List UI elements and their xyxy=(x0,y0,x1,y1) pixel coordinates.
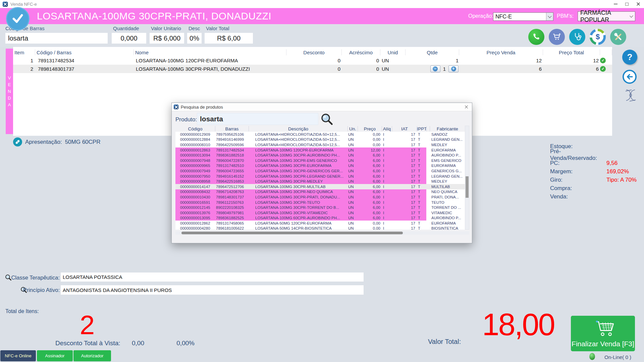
product-row[interactable]: 000000000084327896714208763LOSARTANA-100… xyxy=(175,189,465,195)
horizontal-scrollbar[interactable] xyxy=(175,231,469,235)
product-row[interactable]: 000000000089587896422516853LOSARTANA-100… xyxy=(175,179,465,184)
info-row: Compra: xyxy=(550,184,641,192)
scrollbar-thumb[interactable] xyxy=(466,176,469,198)
product-row[interactable]: 000000000130947898361882518LOSARTANA-100… xyxy=(175,153,465,158)
produto-search-input[interactable]: losarta xyxy=(197,113,318,125)
tools-button[interactable] xyxy=(610,29,626,45)
results-column-header: Alíq xyxy=(382,126,392,131)
toolbar: $ xyxy=(528,29,626,45)
product-row[interactable]: 000000000139767898049797981LOSARTANA-100… xyxy=(175,210,465,216)
result-codigo: 00000000012145 xyxy=(175,205,215,210)
scrollbar-thumb[interactable] xyxy=(181,232,403,234)
item-desconto: 0 xyxy=(286,58,342,63)
operacao-select[interactable]: NFC-E xyxy=(493,12,553,21)
desconto-input[interactable]: 0% xyxy=(187,33,202,44)
vertical-scrollbar[interactable] xyxy=(465,126,469,230)
product-row[interactable]: 000000000128637891317482534LOSARTANA-100… xyxy=(175,147,465,153)
window-title: Venda NFC-e xyxy=(10,2,37,7)
dialog-close-icon[interactable] xyxy=(465,105,469,109)
autorizador-button[interactable]: Autorizador xyxy=(73,350,111,361)
maximize-button[interactable] xyxy=(621,0,633,8)
result-tick xyxy=(426,194,430,200)
result-preco: 6,00 xyxy=(358,163,382,169)
item-row[interactable]: 27898148301737LOSARTANA-100MG 30CPR-PRAT… xyxy=(13,65,612,73)
result-iat: 17 xyxy=(392,168,417,174)
product-row[interactable]: 000000000128847894916146999LOSARTANA+HID… xyxy=(175,137,465,142)
result-preco: 0,00 xyxy=(358,132,382,137)
item-number: 1 xyxy=(13,58,35,63)
result-barras: 7896181005622 xyxy=(215,226,249,230)
classe-terapeutica-field[interactable]: LOSARTANA POTASSICA xyxy=(61,273,364,282)
assinador-button[interactable]: Assinador xyxy=(37,350,73,361)
product-row[interactable]: 000000000165917896112150763LOSARTANA-100… xyxy=(175,200,465,205)
close-button[interactable] xyxy=(633,0,644,8)
product-row[interactable]: 000000000083107896422509596LOSARTANA+HID… xyxy=(175,142,465,147)
principio-ativo-field[interactable]: ANTAGONISTAS DA ANGIOTENSINA II PUROS xyxy=(61,285,364,295)
health-button[interactable] xyxy=(569,29,585,45)
result-iat: 17 xyxy=(392,137,417,142)
result-iat: 17 xyxy=(392,174,417,179)
result-codigo: 00000000012884 xyxy=(175,137,215,142)
product-row[interactable]: 000000000104307898148301737LOSARTANA-100… xyxy=(175,194,465,200)
window-titlebar: Venda NFC-e xyxy=(0,0,644,8)
minimize-icon xyxy=(614,4,618,4)
product-row[interactable]: 000000000079487896004722870LOSARTANA-100… xyxy=(175,158,465,163)
item-status: ✓ xyxy=(600,66,612,72)
item-barcode: 7898148301737 xyxy=(35,66,134,72)
items-column-header: Preço Total xyxy=(543,49,600,55)
result-fabricante: TEUTO xyxy=(430,200,465,205)
result-fabricante: MULTILAB xyxy=(430,184,465,189)
back-button[interactable] xyxy=(623,70,637,84)
info-row: Giro:Tipo: A 70% xyxy=(550,176,641,184)
maximize-icon xyxy=(625,3,629,6)
minimize-button[interactable] xyxy=(610,0,621,8)
help-button[interactable]: ? xyxy=(622,50,637,65)
pbm-select[interactable]: FARMÁCIA POPULAR xyxy=(578,11,635,21)
product-row[interactable]: 000000000079497896004723655LOSARTANA-100… xyxy=(175,168,465,174)
quantidade-label: Quantidade xyxy=(113,25,139,31)
result-preco: 6,00 xyxy=(358,210,382,216)
valor-unitario-input[interactable]: R$ 6,000 xyxy=(150,33,184,44)
product-row[interactable]: 000000000129097897595625106LOSARTANA+HID… xyxy=(175,132,465,137)
dialog-title: Pesquisa de produtos xyxy=(181,105,223,110)
product-row[interactable]: 000000000042807896181005622LOSARTANA-50M… xyxy=(175,226,465,230)
qty-increase-button[interactable]: + xyxy=(448,65,459,72)
result-un: UN xyxy=(347,132,358,137)
result-un: UN xyxy=(347,137,358,142)
result-fabricante: LEGRAND GEN... xyxy=(430,137,465,142)
result-aliq: I xyxy=(382,132,392,137)
valor-total-input[interactable]: R$ 6,00 xyxy=(205,33,253,44)
whatsapp-button[interactable] xyxy=(528,29,544,45)
result-barras: 7896714208763 xyxy=(215,189,249,195)
product-row[interactable]: 000000000079507894916145152LOSARTANA-100… xyxy=(175,174,465,179)
codigo-barras-input[interactable]: losarta xyxy=(5,33,108,44)
results-column-header: IPPT xyxy=(417,126,426,131)
product-row[interactable]: 000000000121458902220108325LOSARTANA-100… xyxy=(175,205,465,210)
product-row[interactable]: 000000000130957898361882525LOSARTANA-100… xyxy=(175,216,465,221)
result-aliq: I xyxy=(382,158,392,163)
item-name: LOSARTANA-100MG 30CPR-PRATI, DONADUZZI xyxy=(134,66,286,72)
product-row[interactable]: 000000000141477896472512706LOSARTANA-100… xyxy=(175,184,465,189)
result-aliq: I xyxy=(382,174,392,179)
scale-button[interactable] xyxy=(623,87,638,104)
result-aliq: I xyxy=(382,168,392,174)
finalizar-venda-button[interactable]: Finalizar Venda [F3] xyxy=(571,316,635,351)
current-product-title: LOSARTANA-100MG 30CPR-PRATI, DONADUZZI xyxy=(37,8,271,24)
nfce-online-button[interactable]: NFC-e Online xyxy=(0,350,36,361)
product-row[interactable]: 000000000128627891317458065LOSARTANA-50M… xyxy=(175,221,465,226)
purchase-cart-button[interactable] xyxy=(549,29,565,45)
product-row[interactable]: 000000000099657891317482510LOSARTANA-100… xyxy=(175,163,465,169)
result-iat: 17 xyxy=(392,226,417,230)
result-preco: 6,00 xyxy=(358,153,382,158)
total-itens-value: 2 xyxy=(64,312,111,339)
result-codigo: 00000000004280 xyxy=(175,226,215,230)
item-preco-total: 6 xyxy=(543,66,600,72)
item-row[interactable]: 17891317482534LOSARTANA-100MG 120CPR-EUR… xyxy=(13,56,612,65)
result-tick xyxy=(426,210,430,216)
result-ippt: T xyxy=(417,205,426,210)
qty-decrease-button[interactable]: − xyxy=(430,65,440,72)
venda-strip-letter: E xyxy=(8,82,11,87)
quantidade-input[interactable]: 0,000 xyxy=(112,33,146,44)
dialog-titlebar[interactable]: Pesquisa de produtos xyxy=(172,103,472,111)
finance-button[interactable]: $ xyxy=(590,29,606,45)
